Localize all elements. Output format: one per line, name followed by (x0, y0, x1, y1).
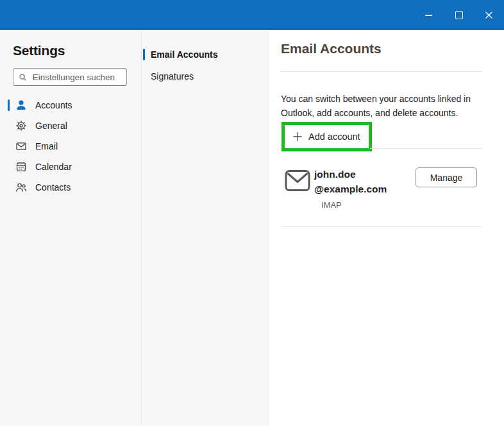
account-name-line1: john.doe (314, 167, 387, 182)
calendar-icon (15, 161, 27, 173)
envelope-icon (285, 169, 310, 194)
add-account-button[interactable]: Add account (285, 125, 369, 148)
manage-button[interactable]: Manage (416, 167, 477, 187)
sidebar-item-contacts[interactable]: Contacts (0, 177, 141, 198)
divider (281, 71, 482, 72)
settings-sidebar: Settings Accounts (0, 30, 141, 426)
account-name-line2: @example.com (314, 182, 387, 196)
divider (370, 148, 482, 149)
account-protocol: IMAP (321, 200, 342, 210)
account-name: john.doe @example.com (314, 167, 387, 196)
person-icon (15, 99, 27, 111)
subnav-item-email-accounts[interactable]: Email Accounts (142, 47, 269, 62)
sidebar-item-general[interactable]: General (0, 115, 141, 136)
search-input[interactable] (31, 72, 121, 83)
close-icon (485, 11, 493, 19)
subnav-item-label: Email Accounts (151, 49, 218, 60)
email-accounts-panel: Email Accounts You can switch between yo… (269, 30, 504, 426)
add-account-highlight: Add account (281, 122, 372, 151)
panel-description: You can switch between your accounts lin… (281, 92, 490, 120)
sidebar-item-label: General (35, 121, 67, 131)
add-account-label: Add account (308, 132, 360, 142)
close-button[interactable] (474, 0, 504, 30)
people-icon (15, 182, 27, 193)
maximize-button[interactable] (444, 0, 474, 30)
subnav-item-label: Signatures (151, 71, 194, 81)
search-icon (19, 72, 27, 82)
account-row: john.doe @example.com IMAP Manage (281, 166, 492, 224)
plus-icon (292, 132, 303, 142)
sidebar-item-label: Calendar (35, 162, 72, 172)
sidebar-item-email[interactable]: Email (0, 136, 141, 157)
maximize-icon (455, 11, 463, 19)
page-title: Email Accounts (281, 41, 382, 56)
settings-search[interactable] (13, 68, 127, 86)
sidebar-nav: Accounts General (0, 95, 141, 198)
mail-icon (15, 141, 27, 152)
sidebar-item-label: Email (35, 141, 58, 151)
minimize-button[interactable] (414, 0, 444, 30)
subnav-item-signatures[interactable]: Signatures (142, 69, 269, 84)
sidebar-item-calendar[interactable]: Calendar (0, 157, 141, 177)
sidebar-item-label: Accounts (35, 100, 72, 110)
settings-subnav: Email Accounts Signatures (141, 30, 269, 426)
gear-icon (15, 120, 27, 132)
settings-title: Settings (13, 43, 141, 58)
sidebar-item-accounts[interactable]: Accounts (0, 95, 141, 115)
minimize-icon (425, 15, 432, 16)
titlebar (0, 0, 504, 30)
divider (282, 226, 482, 227)
sidebar-item-label: Contacts (35, 182, 71, 192)
settings-window: Settings Accounts (0, 30, 504, 426)
